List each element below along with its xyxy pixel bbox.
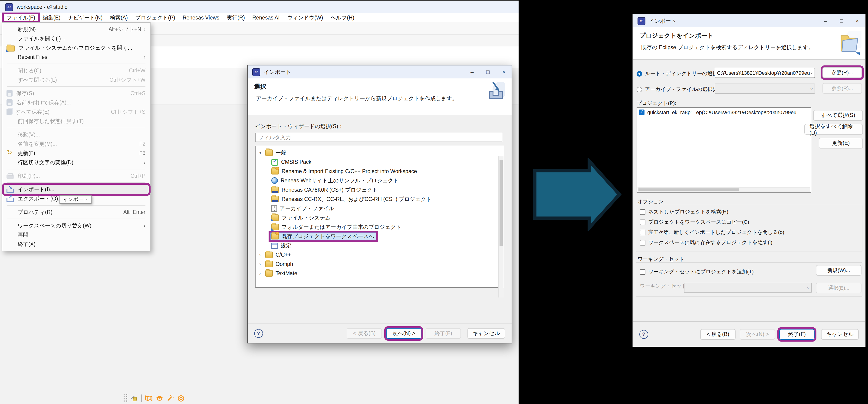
checkbox-icon[interactable] bbox=[640, 240, 645, 245]
tree-item[interactable]: Renesas CA78K0R (CS+) プロジェクト bbox=[255, 185, 504, 195]
menu-item[interactable] bbox=[7, 86, 146, 87]
menu-item[interactable]: ファイルを開く(.)... bbox=[2, 34, 150, 43]
menu-item[interactable]: 印刷(P)... Ctrl+P bbox=[2, 171, 150, 180]
menubar-item[interactable]: ウィンドウ(W) bbox=[283, 13, 327, 22]
menu-item[interactable]: インポート(I)... bbox=[4, 185, 149, 194]
menu-item[interactable]: 終了(X) bbox=[2, 239, 150, 249]
option-row[interactable]: ネストしたプロジェクトを検索(H) bbox=[640, 208, 862, 215]
menu-item[interactable] bbox=[7, 205, 146, 206]
checkbox-icon[interactable] bbox=[640, 269, 645, 274]
drag-handle-icon[interactable] bbox=[124, 394, 127, 402]
scrollbar-thumb[interactable] bbox=[639, 189, 739, 191]
tree-item[interactable]: › TextMate bbox=[255, 269, 504, 278]
menu-item[interactable]: 閉じる(C) Ctrl+W bbox=[2, 66, 150, 75]
open-book-icon[interactable] bbox=[145, 395, 152, 402]
radio-selected-icon[interactable] bbox=[637, 71, 642, 76]
tree-item[interactable]: CMSIS Pack bbox=[255, 157, 504, 167]
tree-item[interactable]: Rename & Import Existing C/C++ Project i… bbox=[255, 167, 504, 176]
minimize-button[interactable]: – bbox=[464, 65, 480, 78]
menu-item[interactable] bbox=[7, 218, 146, 219]
checkbox-icon[interactable] bbox=[640, 219, 645, 225]
tree-item[interactable]: Renesas CC-RX、CC-RL、およびCC-RH (CS+) プロジェク… bbox=[255, 195, 504, 204]
tree-item[interactable]: Reneas Webサイト上のサンプル・プロジェクト bbox=[255, 176, 504, 185]
minimized-view-icon[interactable] bbox=[131, 395, 138, 402]
menubar-item[interactable]: 実行(R) bbox=[223, 13, 249, 22]
close-button[interactable]: × bbox=[849, 14, 865, 27]
tree-item[interactable]: 設定 bbox=[255, 241, 504, 250]
menubar-item[interactable]: ヘルプ(H) bbox=[327, 13, 358, 22]
menubar-item[interactable]: Renesas AI bbox=[249, 14, 283, 21]
menu-item[interactable] bbox=[7, 64, 146, 64]
finish-button[interactable]: 終了(F) bbox=[426, 328, 461, 339]
horizontal-scrollbar[interactable] bbox=[638, 187, 810, 192]
menu-item[interactable]: Recent Files › bbox=[2, 53, 150, 62]
scrollbar-thumb[interactable] bbox=[499, 160, 503, 246]
menu-item[interactable]: ファイル・システムからプロジェクトを開く... bbox=[2, 43, 150, 53]
menubar-item[interactable]: 編集(E) bbox=[39, 13, 64, 22]
browse-root-button[interactable]: 参照(R)... bbox=[823, 67, 862, 78]
project-list-item[interactable]: quickstart_ek_ra8p1_ep(C:¥Users¥13821¥De… bbox=[637, 108, 811, 115]
checkbox-icon[interactable] bbox=[640, 209, 645, 215]
maximize-button[interactable]: □ bbox=[480, 65, 496, 78]
graduation-cap-icon[interactable] bbox=[156, 395, 163, 402]
option-row[interactable]: 完了次第、新しくインポートしたプロジェクトを閉じる(o) bbox=[640, 229, 862, 236]
maximize-button[interactable]: □ bbox=[834, 14, 849, 27]
menu-item[interactable]: 再開 bbox=[2, 230, 150, 239]
tree-item[interactable]: 既存プロジェクトをワークスペースへ bbox=[255, 232, 504, 241]
refresh-button[interactable]: 更新(E) bbox=[819, 138, 863, 148]
magic-wand-icon[interactable] bbox=[166, 395, 174, 402]
menubar-item[interactable]: Renesas Views bbox=[179, 14, 223, 21]
option-row[interactable]: ワークスペースに既に存在するプロジェクトを隠す(i) bbox=[640, 239, 862, 246]
help-button[interactable]: ? bbox=[254, 329, 263, 338]
menu-item[interactable] bbox=[7, 182, 146, 183]
menu-item[interactable]: 新規(N) Alt+シフト+N › bbox=[2, 25, 150, 34]
menu-item[interactable]: 移動(V)... bbox=[2, 130, 150, 139]
checked-checkbox-icon[interactable] bbox=[639, 109, 645, 115]
radio-unselected-icon[interactable] bbox=[637, 87, 642, 92]
next-button[interactable]: 次へ(N) > bbox=[740, 329, 775, 339]
menubar-item[interactable]: 検索(A) bbox=[106, 13, 131, 22]
tree-scrollbar[interactable] bbox=[498, 157, 504, 298]
dialog-titlebar[interactable]: e² インポート – □ × bbox=[633, 14, 865, 27]
menu-item[interactable]: 名前を変更(M)... F2 bbox=[2, 139, 150, 148]
tree-item[interactable]: ▾ 一般 bbox=[255, 148, 504, 157]
finish-button[interactable]: 終了(F) bbox=[779, 329, 814, 339]
help-button[interactable]: ? bbox=[640, 330, 648, 339]
menu-item[interactable] bbox=[7, 128, 146, 128]
back-button[interactable]: < 戻る(B) bbox=[347, 328, 382, 339]
tree-item[interactable]: フォルダーまたはアーカイブ由来のプロジェクト bbox=[255, 222, 504, 232]
menu-item[interactable]: すべて保存(E) Ctrl+シフト+S bbox=[2, 107, 150, 116]
cancel-button[interactable]: キャンセル bbox=[467, 328, 505, 339]
menu-item[interactable]: 更新(F) F5 bbox=[2, 148, 150, 158]
archive-file-radio[interactable]: アーカイブ・ファイルの選択(A): bbox=[637, 86, 721, 93]
menu-item[interactable] bbox=[7, 169, 146, 169]
menubar-item[interactable]: ファイル(F) bbox=[3, 13, 39, 22]
menu-item[interactable]: 前回保存した状態に戻す(T) bbox=[2, 116, 150, 126]
menubar-item[interactable]: ナビゲート(N) bbox=[64, 13, 106, 22]
menu-item[interactable]: すべて閉じる(L) Ctrl+シフト+W bbox=[2, 75, 150, 85]
tree-item[interactable]: ファイル・システム bbox=[255, 213, 504, 222]
option-row[interactable]: プロジェクトをワークスペースにコピー(C) bbox=[640, 218, 862, 226]
tree-chevron-icon[interactable]: ▾ bbox=[259, 150, 265, 155]
deselect-all-button[interactable]: 選択をすべて解除(D) bbox=[804, 124, 863, 135]
projects-list[interactable]: quickstart_ek_ra8p1_ep(C:¥Users¥13821¥De… bbox=[637, 107, 811, 193]
minimize-button[interactable]: – bbox=[818, 14, 834, 27]
menu-item[interactable]: 行区切り文字の変換(D) › bbox=[2, 158, 150, 167]
menubar-item[interactable]: プロジェクト(P) bbox=[131, 13, 179, 22]
dialog-titlebar[interactable]: e² インポート – □ × bbox=[248, 65, 512, 78]
menu-item[interactable]: プロパティ(R) Alt+Enter bbox=[2, 207, 150, 217]
tree-item[interactable]: › Oomph bbox=[255, 260, 504, 269]
tree-chevron-icon[interactable]: › bbox=[259, 262, 265, 266]
chevron-down-icon[interactable]: › bbox=[809, 72, 814, 74]
next-button[interactable]: 次へ(N) > bbox=[386, 328, 422, 339]
back-button[interactable]: < 戻る(B) bbox=[700, 329, 736, 339]
root-directory-radio[interactable]: ルート・ディレクトリーの選択(T): bbox=[637, 70, 725, 77]
tree-chevron-icon[interactable]: › bbox=[259, 271, 265, 276]
new-working-set-button[interactable]: 新規(W)... bbox=[816, 265, 862, 276]
menu-item[interactable]: 保存(S) Ctrl+S bbox=[2, 89, 150, 98]
select-all-button[interactable]: すべて選択(S) bbox=[813, 110, 863, 121]
filter-input[interactable] bbox=[255, 133, 502, 142]
cancel-button[interactable]: キャンセル bbox=[821, 329, 859, 339]
close-button[interactable]: × bbox=[496, 65, 512, 78]
root-directory-combo[interactable]: C:¥Users¥13821¥Desktop¥r20an0799eu › bbox=[715, 68, 815, 78]
